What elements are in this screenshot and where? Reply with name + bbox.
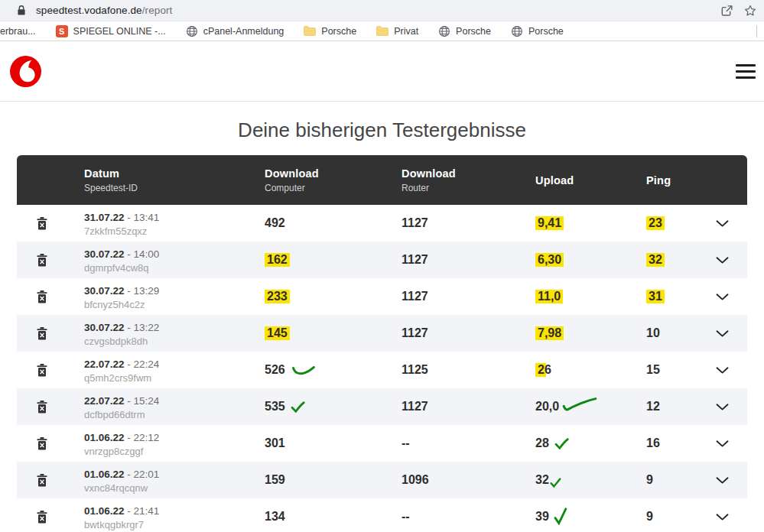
ping-cell: 23 xyxy=(629,205,697,242)
urlbar-actions xyxy=(720,5,756,17)
bookmark-item[interactable]: Porsche xyxy=(511,25,564,37)
upload-cell: 9,41 xyxy=(519,205,629,242)
datum-cell: 22.07.22 - 15:24 dcfbpd66dtrm xyxy=(67,388,248,425)
delete-row-button[interactable] xyxy=(35,362,49,378)
datum-cell: 01.06.22 - 21:41 bwtkqgbkrgr7 xyxy=(67,498,248,532)
hamburger-bar xyxy=(736,70,756,73)
download-router-value: 1127 xyxy=(402,400,428,414)
upload-value: 26 xyxy=(535,363,554,377)
expand-row-chevron-button[interactable] xyxy=(713,290,732,303)
download-computer-cell: 145 xyxy=(248,315,385,352)
browser-address-bar[interactable]: speedtest.vodafone.de/report xyxy=(0,0,764,21)
download-router-cell: -- xyxy=(385,425,519,462)
column-header-datum: Datum Speedtest-ID xyxy=(67,155,248,205)
bookmark-item[interactable]: erbrau... xyxy=(0,26,36,37)
upload-value: 32 xyxy=(535,473,549,487)
table-row[interactable]: 01.06.22 - 22:01 vxnc84rqcqnw 159 1096 3… xyxy=(17,462,747,498)
expand-row-chevron-button[interactable] xyxy=(713,474,732,487)
expand-row-chevron-button[interactable] xyxy=(713,217,732,230)
delete-cell xyxy=(17,462,67,498)
delete-row-button[interactable] xyxy=(35,289,49,305)
chevron-down-icon xyxy=(716,220,729,227)
row-date: 01.06.22 xyxy=(84,469,125,480)
page-title: Deine bisherigen Testergebnisse xyxy=(0,118,764,141)
expand-row-chevron-button[interactable] xyxy=(713,364,732,377)
table-row[interactable]: 31.07.22 - 13:41 7zkkfm55zqxz 492 1127 9… xyxy=(17,205,747,242)
menu-hamburger-button[interactable] xyxy=(736,63,756,80)
ping-value: 9 xyxy=(646,510,653,524)
chevron-cell xyxy=(697,498,747,532)
expand-row-chevron-button[interactable] xyxy=(713,401,732,414)
ping-cell: 10 xyxy=(629,315,697,352)
row-date: 31.07.22 xyxy=(84,212,125,223)
table-row[interactable]: 30.07.22 - 13:22 czvgsbdpk8dh 145 1127 7… xyxy=(17,315,747,352)
trash-delete-icon xyxy=(37,511,47,524)
bookmark-item[interactable]: SSPIEGEL ONLINE -... xyxy=(56,25,166,37)
delete-row-button[interactable] xyxy=(35,216,49,232)
delete-row-button[interactable] xyxy=(35,252,49,268)
delete-cell xyxy=(17,388,67,425)
bookmark-item[interactable]: Porsche xyxy=(438,25,491,37)
row-speedtest-id: dcfbpd66dtrm xyxy=(84,409,145,420)
delete-cell xyxy=(17,498,67,532)
bookmark-item[interactable]: Privat xyxy=(376,26,418,37)
delete-row-button[interactable] xyxy=(35,509,49,525)
bookmark-item[interactable]: cPanel-Anmeldung xyxy=(186,25,284,37)
download-computer-value: 145 xyxy=(265,326,290,340)
download-router-cell: 1127 xyxy=(385,388,519,425)
url-path: /report xyxy=(142,5,173,16)
share-button[interactable] xyxy=(720,5,733,17)
table-row[interactable]: 30.07.22 - 13:29 bfcnyz5h4c2z 233 1127 1… xyxy=(17,278,747,315)
download-router-cell: 1127 xyxy=(385,205,519,242)
expand-row-chevron-button[interactable] xyxy=(713,254,732,267)
vodafone-logo[interactable] xyxy=(10,56,41,87)
table-row[interactable]: 22.07.22 - 22:24 q5mh2crs9fwm 526 1125 2… xyxy=(17,352,747,388)
date-line: 30.07.22 - 13:22 xyxy=(84,320,159,334)
table-row[interactable]: 01.06.22 - 22:12 vnrzgp8czggf 301 -- 28 … xyxy=(17,425,747,462)
column-header-download-router: Download Router xyxy=(385,155,519,205)
expand-row-chevron-button[interactable] xyxy=(713,437,732,450)
table-row[interactable]: 01.06.22 - 21:41 bwtkqgbkrgr7 134 -- 39 … xyxy=(17,498,747,532)
row-time: - 13:22 xyxy=(125,322,160,333)
bookmark-label: erbrau... xyxy=(0,26,36,37)
ping-cell: 9 xyxy=(629,462,697,498)
upload-value: 9,41 xyxy=(535,216,564,230)
bookmark-star-button[interactable] xyxy=(744,5,756,17)
download-router-value: 1127 xyxy=(402,216,428,230)
delete-cell xyxy=(17,352,67,388)
delete-row-button[interactable] xyxy=(35,472,49,488)
delete-row-button[interactable] xyxy=(35,326,49,342)
bookmark-label: SPIEGEL ONLINE -... xyxy=(73,26,166,37)
trash-delete-icon xyxy=(37,474,47,487)
expand-row-chevron-button[interactable] xyxy=(713,511,732,524)
chevron-cell xyxy=(697,315,747,352)
expand-row-chevron-button[interactable] xyxy=(713,327,732,340)
globe-icon xyxy=(438,25,450,37)
site-info-lock-button[interactable] xyxy=(17,5,26,16)
table-row[interactable]: 30.07.22 - 14:00 dgmrpfv4cw8q 162 1127 6… xyxy=(17,242,747,278)
site-header xyxy=(0,41,764,102)
column-label: Download xyxy=(265,167,385,180)
row-speedtest-id: q5mh2crs9fwm xyxy=(84,372,151,384)
date-line: 22.07.22 - 15:24 xyxy=(84,394,159,407)
upload-cell: 20,0 xyxy=(519,388,629,425)
row-speedtest-id: czvgsbdpk8dh xyxy=(84,336,148,347)
delete-row-button[interactable] xyxy=(35,399,49,415)
row-speedtest-id: vxnc84rqcqnw xyxy=(84,482,148,494)
column-sublabel: Computer xyxy=(265,183,385,193)
download-computer-cell: 233 xyxy=(248,278,385,315)
column-header-download-computer: Download Computer xyxy=(248,155,385,205)
ping-value: 9 xyxy=(646,473,653,487)
row-speedtest-id: vnrzgp8czggf xyxy=(84,446,143,457)
delete-row-button[interactable] xyxy=(35,436,49,452)
check-mark-icon xyxy=(554,508,567,525)
chevron-cell xyxy=(697,388,747,425)
ping-cell: 15 xyxy=(629,352,697,388)
bookmark-item[interactable]: Porsche xyxy=(304,26,356,37)
table-row[interactable]: 22.07.22 - 15:24 dcfbpd66dtrm 535 1127 2… xyxy=(17,388,747,425)
bookmark-label: Porsche xyxy=(528,26,564,37)
upload-cell: 7,98 xyxy=(519,315,629,352)
upload-cell: 11,0 xyxy=(519,278,629,315)
trash-delete-icon xyxy=(37,364,47,377)
chevron-cell xyxy=(697,278,747,315)
